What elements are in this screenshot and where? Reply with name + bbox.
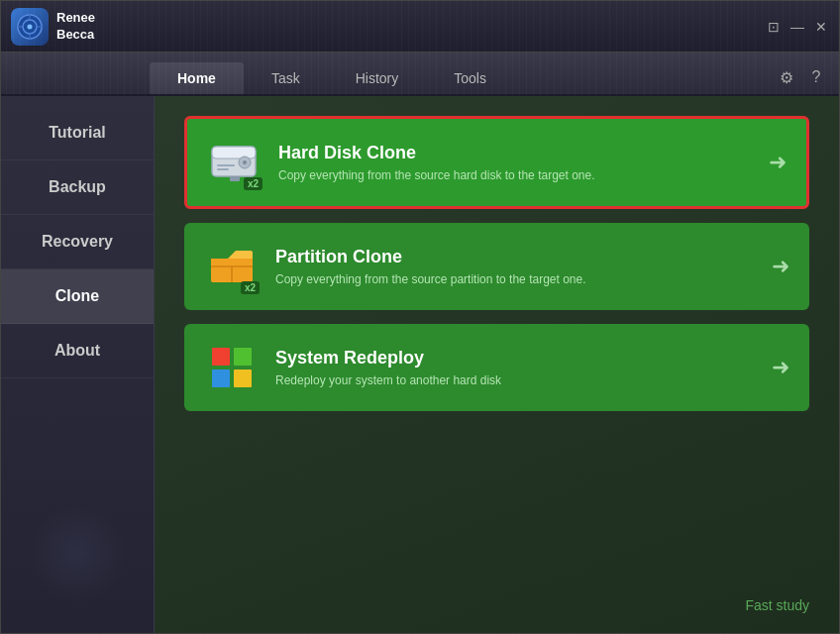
nav-actions: ⚙ ? bbox=[776, 66, 839, 94]
svg-point-2 bbox=[28, 24, 33, 29]
app-name: Renee Becca bbox=[56, 10, 95, 44]
nav-bar: Home Task History Tools ⚙ ? bbox=[1, 53, 839, 96]
sidebar-item-about[interactable]: About bbox=[1, 324, 154, 378]
svg-point-6 bbox=[243, 160, 247, 164]
sidebar-item-clone[interactable]: Clone bbox=[1, 269, 154, 324]
main-content: Tutorial Backup Recovery Clone About bbox=[1, 96, 839, 633]
settings-icon[interactable]: ⚙ bbox=[776, 66, 797, 88]
partition-clone-icon: x2 bbox=[204, 239, 260, 294]
restore-button[interactable]: ⊡ bbox=[766, 19, 782, 35]
svg-rect-14 bbox=[212, 370, 230, 387]
system-redeploy-icon bbox=[204, 340, 260, 395]
title-bar: Renee Becca ⊡ — ✕ bbox=[1, 1, 839, 53]
window-controls: ⊡ — ✕ bbox=[766, 19, 829, 35]
tab-tools[interactable]: Tools bbox=[426, 62, 514, 94]
system-redeploy-desc: Redeploy your system to another hard dis… bbox=[275, 373, 762, 387]
tab-home[interactable]: Home bbox=[150, 62, 244, 94]
app-window: Renee Becca ⊡ — ✕ Home Task History Tool… bbox=[0, 0, 840, 634]
sidebar-item-backup[interactable]: Backup bbox=[1, 160, 154, 215]
app-logo bbox=[11, 8, 49, 46]
partition-clone-card[interactable]: x2 Partition Clone Copy everything from … bbox=[184, 223, 809, 310]
system-redeploy-arrow: ➜ bbox=[772, 355, 789, 380]
close-button[interactable]: ✕ bbox=[813, 19, 829, 35]
svg-rect-8 bbox=[217, 168, 229, 170]
badge-x2-hdd: x2 bbox=[244, 177, 262, 190]
minimize-button[interactable]: — bbox=[789, 19, 805, 35]
svg-rect-12 bbox=[212, 348, 230, 366]
svg-rect-4 bbox=[212, 147, 256, 158]
svg-rect-13 bbox=[234, 348, 252, 366]
system-redeploy-text: System Redeploy Redeploy your system to … bbox=[275, 348, 762, 387]
sidebar: Tutorial Backup Recovery Clone About bbox=[1, 96, 155, 633]
hard-disk-clone-title: Hard Disk Clone bbox=[278, 143, 759, 163]
content-panel: x2 Hard Disk Clone Copy everything from … bbox=[155, 96, 839, 633]
hard-disk-clone-text: Hard Disk Clone Copy everything from the… bbox=[278, 143, 759, 182]
badge-x2-partition: x2 bbox=[241, 281, 260, 294]
hard-disk-clone-card[interactable]: x2 Hard Disk Clone Copy everything from … bbox=[184, 116, 809, 209]
fast-study-link[interactable]: Fast study bbox=[745, 597, 809, 613]
help-icon[interactable]: ? bbox=[805, 66, 827, 88]
sidebar-item-recovery[interactable]: Recovery bbox=[1, 215, 154, 269]
system-redeploy-card[interactable]: System Redeploy Redeploy your system to … bbox=[184, 324, 809, 411]
svg-rect-9 bbox=[230, 176, 240, 181]
partition-clone-desc: Copy everything from the source partitio… bbox=[275, 272, 762, 286]
partition-clone-arrow: ➜ bbox=[772, 254, 789, 279]
hard-disk-clone-icon: x2 bbox=[207, 135, 262, 190]
partition-clone-text: Partition Clone Copy everything from the… bbox=[275, 247, 762, 286]
tab-history[interactable]: History bbox=[328, 62, 427, 94]
partition-clone-title: Partition Clone bbox=[275, 247, 762, 267]
tab-task[interactable]: Task bbox=[244, 62, 328, 94]
system-redeploy-title: System Redeploy bbox=[275, 348, 762, 369]
hard-disk-clone-arrow: ➜ bbox=[769, 150, 787, 175]
hard-disk-clone-desc: Copy everything from the source hard dis… bbox=[278, 168, 759, 182]
sidebar-item-tutorial[interactable]: Tutorial bbox=[1, 106, 154, 160]
svg-rect-15 bbox=[234, 370, 252, 387]
svg-rect-7 bbox=[217, 164, 235, 166]
